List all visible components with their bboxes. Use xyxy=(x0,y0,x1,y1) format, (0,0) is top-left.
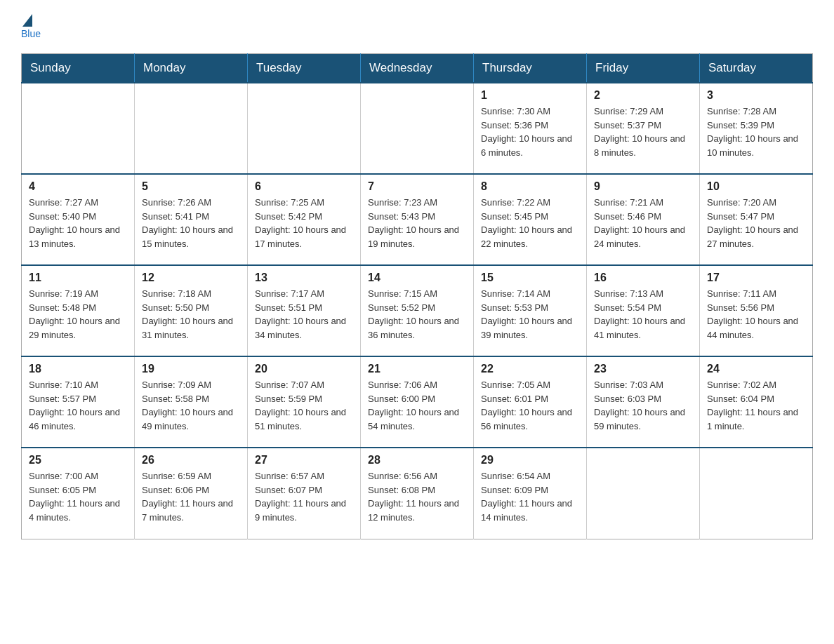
day-number: 18 xyxy=(29,363,127,375)
calendar-cell: 20Sunrise: 7:07 AM Sunset: 5:59 PM Dayli… xyxy=(248,356,361,448)
calendar-cell: 24Sunrise: 7:02 AM Sunset: 6:04 PM Dayli… xyxy=(700,356,813,448)
calendar-header-thursday: Thursday xyxy=(474,54,587,83)
day-info: Sunrise: 7:14 AM Sunset: 5:53 PM Dayligh… xyxy=(481,287,579,342)
day-info: Sunrise: 7:11 AM Sunset: 5:56 PM Dayligh… xyxy=(707,287,805,342)
calendar-cell: 1Sunrise: 7:30 AM Sunset: 5:36 PM Daylig… xyxy=(474,83,587,174)
day-info: Sunrise: 7:18 AM Sunset: 5:50 PM Dayligh… xyxy=(142,287,240,342)
calendar-cell: 11Sunrise: 7:19 AM Sunset: 5:48 PM Dayli… xyxy=(22,265,135,356)
day-number: 22 xyxy=(481,363,579,375)
day-number: 10 xyxy=(707,180,805,193)
day-number: 19 xyxy=(142,363,240,375)
day-number: 15 xyxy=(481,271,579,284)
calendar-cell: 22Sunrise: 7:05 AM Sunset: 6:01 PM Dayli… xyxy=(474,356,587,448)
calendar-header-friday: Friday xyxy=(587,54,700,83)
calendar-header-sunday: Sunday xyxy=(22,54,135,83)
calendar-cell xyxy=(22,83,135,174)
day-info: Sunrise: 7:05 AM Sunset: 6:01 PM Dayligh… xyxy=(481,378,579,433)
day-number: 20 xyxy=(255,363,353,375)
day-number: 11 xyxy=(29,271,127,284)
calendar-cell: 23Sunrise: 7:03 AM Sunset: 6:03 PM Dayli… xyxy=(587,356,700,448)
calendar-week-row: 25Sunrise: 7:00 AM Sunset: 6:05 PM Dayli… xyxy=(22,448,813,539)
day-number: 8 xyxy=(481,180,579,193)
day-info: Sunrise: 7:30 AM Sunset: 5:36 PM Dayligh… xyxy=(481,105,579,159)
calendar-cell: 25Sunrise: 7:00 AM Sunset: 6:05 PM Dayli… xyxy=(22,448,135,539)
day-number: 23 xyxy=(594,363,692,375)
day-info: Sunrise: 7:20 AM Sunset: 5:47 PM Dayligh… xyxy=(707,196,805,250)
calendar-week-row: 18Sunrise: 7:10 AM Sunset: 5:57 PM Dayli… xyxy=(22,356,813,448)
day-info: Sunrise: 6:59 AM Sunset: 6:06 PM Dayligh… xyxy=(142,469,240,524)
calendar-week-row: 1Sunrise: 7:30 AM Sunset: 5:36 PM Daylig… xyxy=(22,83,813,174)
calendar-cell: 7Sunrise: 7:23 AM Sunset: 5:43 PM Daylig… xyxy=(361,174,474,265)
logo: Blue xyxy=(21,14,41,39)
calendar-cell: 8Sunrise: 7:22 AM Sunset: 5:45 PM Daylig… xyxy=(474,174,587,265)
day-info: Sunrise: 7:00 AM Sunset: 6:05 PM Dayligh… xyxy=(29,469,127,524)
calendar-week-row: 4Sunrise: 7:27 AM Sunset: 5:40 PM Daylig… xyxy=(22,174,813,265)
day-number: 5 xyxy=(142,180,240,193)
day-info: Sunrise: 7:26 AM Sunset: 5:41 PM Dayligh… xyxy=(142,196,240,250)
logo-subtitle: Blue xyxy=(21,28,41,39)
calendar-cell: 29Sunrise: 6:54 AM Sunset: 6:09 PM Dayli… xyxy=(474,448,587,539)
calendar-cell: 4Sunrise: 7:27 AM Sunset: 5:40 PM Daylig… xyxy=(22,174,135,265)
day-number: 13 xyxy=(255,271,353,284)
day-number: 9 xyxy=(594,180,692,193)
calendar-header-wednesday: Wednesday xyxy=(361,54,474,83)
calendar-header-row: SundayMondayTuesdayWednesdayThursdayFrid… xyxy=(22,54,813,83)
day-info: Sunrise: 6:57 AM Sunset: 6:07 PM Dayligh… xyxy=(255,469,353,524)
calendar-cell: 3Sunrise: 7:28 AM Sunset: 5:39 PM Daylig… xyxy=(700,83,813,174)
day-info: Sunrise: 7:17 AM Sunset: 5:51 PM Dayligh… xyxy=(255,287,353,342)
day-number: 29 xyxy=(481,454,579,467)
day-info: Sunrise: 7:23 AM Sunset: 5:43 PM Dayligh… xyxy=(368,196,466,250)
day-number: 14 xyxy=(368,271,466,284)
day-number: 25 xyxy=(29,454,127,467)
calendar-cell: 15Sunrise: 7:14 AM Sunset: 5:53 PM Dayli… xyxy=(474,265,587,356)
calendar-header-tuesday: Tuesday xyxy=(248,54,361,83)
calendar-cell: 27Sunrise: 6:57 AM Sunset: 6:07 PM Dayli… xyxy=(248,448,361,539)
calendar-cell xyxy=(700,448,813,539)
day-number: 27 xyxy=(255,454,353,467)
calendar-cell: 17Sunrise: 7:11 AM Sunset: 5:56 PM Dayli… xyxy=(700,265,813,356)
calendar-cell: 6Sunrise: 7:25 AM Sunset: 5:42 PM Daylig… xyxy=(248,174,361,265)
day-number: 26 xyxy=(142,454,240,467)
calendar-table: SundayMondayTuesdayWednesdayThursdayFrid… xyxy=(21,53,813,539)
day-info: Sunrise: 7:09 AM Sunset: 5:58 PM Dayligh… xyxy=(142,378,240,433)
day-info: Sunrise: 7:25 AM Sunset: 5:42 PM Dayligh… xyxy=(255,196,353,250)
header: Blue xyxy=(21,14,813,39)
day-number: 2 xyxy=(594,89,692,102)
calendar-cell: 5Sunrise: 7:26 AM Sunset: 5:41 PM Daylig… xyxy=(135,174,248,265)
day-info: Sunrise: 6:54 AM Sunset: 6:09 PM Dayligh… xyxy=(481,469,579,524)
day-info: Sunrise: 7:15 AM Sunset: 5:52 PM Dayligh… xyxy=(368,287,466,342)
calendar-header-saturday: Saturday xyxy=(700,54,813,83)
calendar-header-monday: Monday xyxy=(135,54,248,83)
day-info: Sunrise: 7:02 AM Sunset: 6:04 PM Dayligh… xyxy=(707,378,805,433)
day-number: 7 xyxy=(368,180,466,193)
day-info: Sunrise: 7:27 AM Sunset: 5:40 PM Dayligh… xyxy=(29,196,127,250)
calendar-cell: 26Sunrise: 6:59 AM Sunset: 6:06 PM Dayli… xyxy=(135,448,248,539)
calendar-cell: 18Sunrise: 7:10 AM Sunset: 5:57 PM Dayli… xyxy=(22,356,135,448)
day-info: Sunrise: 7:28 AM Sunset: 5:39 PM Dayligh… xyxy=(707,105,805,159)
calendar-cell: 21Sunrise: 7:06 AM Sunset: 6:00 PM Dayli… xyxy=(361,356,474,448)
day-number: 3 xyxy=(707,89,805,102)
day-info: Sunrise: 7:22 AM Sunset: 5:45 PM Dayligh… xyxy=(481,196,579,250)
calendar-cell: 28Sunrise: 6:56 AM Sunset: 6:08 PM Dayli… xyxy=(361,448,474,539)
logo-triangle-icon xyxy=(22,14,32,27)
calendar-cell: 9Sunrise: 7:21 AM Sunset: 5:46 PM Daylig… xyxy=(587,174,700,265)
calendar-cell xyxy=(361,83,474,174)
day-info: Sunrise: 6:56 AM Sunset: 6:08 PM Dayligh… xyxy=(368,469,466,524)
calendar-cell: 19Sunrise: 7:09 AM Sunset: 5:58 PM Dayli… xyxy=(135,356,248,448)
calendar-cell: 13Sunrise: 7:17 AM Sunset: 5:51 PM Dayli… xyxy=(248,265,361,356)
calendar-cell: 16Sunrise: 7:13 AM Sunset: 5:54 PM Dayli… xyxy=(587,265,700,356)
day-number: 24 xyxy=(707,363,805,375)
day-number: 28 xyxy=(368,454,466,467)
calendar-week-row: 11Sunrise: 7:19 AM Sunset: 5:48 PM Dayli… xyxy=(22,265,813,356)
calendar-cell: 10Sunrise: 7:20 AM Sunset: 5:47 PM Dayli… xyxy=(700,174,813,265)
day-info: Sunrise: 7:13 AM Sunset: 5:54 PM Dayligh… xyxy=(594,287,692,342)
day-number: 21 xyxy=(368,363,466,375)
day-number: 16 xyxy=(594,271,692,284)
day-info: Sunrise: 7:21 AM Sunset: 5:46 PM Dayligh… xyxy=(594,196,692,250)
day-info: Sunrise: 7:03 AM Sunset: 6:03 PM Dayligh… xyxy=(594,378,692,433)
calendar-cell: 14Sunrise: 7:15 AM Sunset: 5:52 PM Dayli… xyxy=(361,265,474,356)
day-number: 17 xyxy=(707,271,805,284)
day-info: Sunrise: 7:29 AM Sunset: 5:37 PM Dayligh… xyxy=(594,105,692,159)
day-info: Sunrise: 7:07 AM Sunset: 5:59 PM Dayligh… xyxy=(255,378,353,433)
day-number: 6 xyxy=(255,180,353,193)
